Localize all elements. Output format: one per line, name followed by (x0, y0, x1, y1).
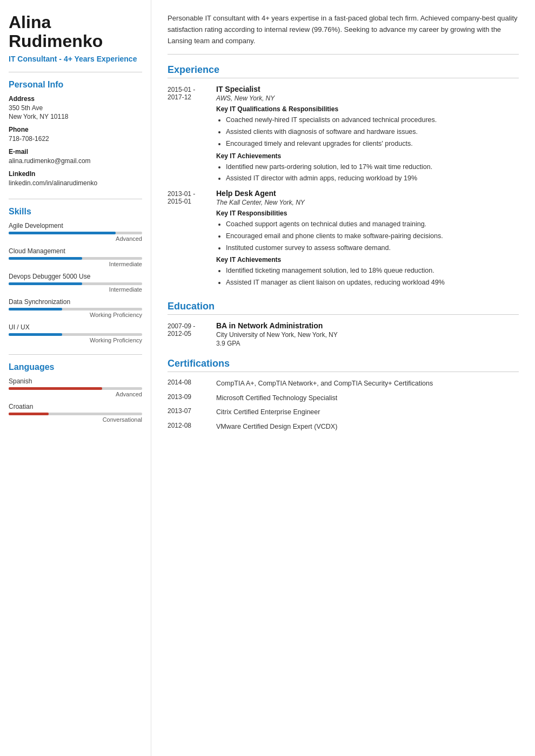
phone-value: 718-708-1622 (9, 134, 142, 144)
last-name: Rudimenko (9, 31, 103, 51)
bullet-item: Assisted clients with diagnosis of softw… (226, 127, 519, 137)
exp-title: Help Desk Agent (216, 189, 519, 198)
exp-company: AWS, New York, NY (216, 94, 519, 102)
cert-row: 2014-08 CompTIA A+, CompTIA Network+, an… (168, 379, 519, 389)
divider-2 (9, 199, 142, 199)
language-bar (9, 387, 102, 390)
skills-section: Skills Agile Development Advanced Cloud … (9, 207, 142, 343)
edu-degree: BA in Network Administration (216, 321, 519, 330)
language-name: Spanish (9, 377, 142, 385)
cert-date: 2012-08 (168, 422, 216, 432)
skill-bar (9, 232, 116, 234)
certifications-section: Certifications 2014-08 CompTIA A+, CompT… (168, 358, 519, 432)
edu-school: City University of New York, New York, N… (216, 331, 519, 339)
bullet-item: Identified ticketing management solution… (226, 266, 519, 276)
exp-company: The Kall Center, New York, NY (216, 199, 519, 206)
skill-bar-container (9, 333, 142, 336)
cert-name: Citrix Certified Enterprise Engineer (216, 407, 519, 417)
phone-label: Phone (9, 126, 142, 133)
skill-name: Agile Development (9, 222, 142, 230)
exp-subtitle: Key IT Responsibilities (216, 210, 519, 217)
exp-date: 2013-01 -2015-01 (168, 189, 216, 290)
linkedin-label: LinkedIn (9, 170, 142, 178)
cert-date: 2014-08 (168, 379, 216, 389)
divider-1 (9, 72, 142, 72)
language-item: Spanish Advanced (9, 377, 142, 397)
summary: Personable IT consultant with 4+ years e… (168, 13, 519, 55)
address-value: 350 5th AveNew York, NY 10118 (9, 104, 142, 122)
skill-bar (9, 333, 62, 336)
exp-title: IT Specialist (216, 85, 519, 93)
exp-subtitle: Key IT Qualifications & Responsibilities (216, 105, 519, 113)
language-item: Croatian Conversational (9, 403, 142, 423)
bullet-item: Coached newly-hired IT specialists on ad… (226, 115, 519, 125)
bullet-item: Encouraged timely and relevant upgrades … (226, 139, 519, 149)
exp-bullets: Identified ticketing management solution… (216, 266, 519, 288)
skill-item: Devops Debugger 5000 Use Intermediate (9, 273, 142, 293)
cert-name: CompTIA A+, CompTIA Network+, and CompTI… (216, 379, 519, 389)
skill-bar (9, 282, 82, 285)
exp-bullets: Identified new parts-ordering solution, … (216, 162, 519, 184)
exp-content: IT Specialist AWS, New York, NY Key IT Q… (216, 85, 519, 186)
exp-bullets: Coached support agents on technical duti… (216, 219, 519, 253)
skill-item: Agile Development Advanced (9, 222, 142, 242)
main-content: Personable IT consultant with 4+ years e… (151, 0, 535, 756)
languages-list: Spanish Advanced Croatian Conversational (9, 377, 142, 423)
language-bar-container (9, 387, 142, 390)
exp-subtitle: Key IT Achievements (216, 256, 519, 264)
skill-level: Intermediate (9, 286, 142, 293)
name-heading: Alina Rudimenko (9, 13, 142, 51)
language-name: Croatian (9, 403, 142, 410)
education-list: 2007-09 -2012-05 BA in Network Administr… (168, 321, 519, 347)
sidebar: Alina Rudimenko IT Consultant - 4+ Years… (0, 0, 151, 756)
edu-gpa: 3.9 GPA (216, 340, 519, 347)
skill-bar-container (9, 257, 142, 260)
edu-content: BA in Network Administration City Univer… (216, 321, 519, 347)
language-bar-container (9, 413, 142, 415)
cert-date: 2013-07 (168, 407, 216, 417)
subtitle: IT Consultant - 4+ Years Experience (9, 54, 142, 64)
bullet-item: Assisted IT director with admin apps, re… (226, 173, 519, 184)
skill-name: Data Synchronization (9, 298, 142, 306)
experience-row: 2013-01 -2015-01 Help Desk Agent The Kal… (168, 189, 519, 290)
cert-row: 2013-09 Microsoft Certified Technology S… (168, 393, 519, 403)
first-name: Alina (9, 12, 51, 32)
skill-bar-container (9, 282, 142, 285)
certifications-title: Certifications (168, 358, 519, 372)
experience-section: Experience 2015-01 -2017-12 IT Specialis… (168, 64, 519, 290)
skill-level: Intermediate (9, 261, 142, 267)
skill-name: Cloud Management (9, 247, 142, 255)
bullet-item: Coached support agents on technical duti… (226, 219, 519, 230)
skills-list: Agile Development Advanced Cloud Managem… (9, 222, 142, 343)
address-label: Address (9, 95, 142, 103)
skill-item: Cloud Management Intermediate (9, 247, 142, 267)
languages-section: Languages Spanish Advanced Croatian Conv… (9, 362, 142, 423)
cert-name: VMware Certified Design Expert (VCDX) (216, 422, 519, 432)
skill-bar (9, 308, 62, 310)
certifications-list: 2014-08 CompTIA A+, CompTIA Network+, an… (168, 379, 519, 432)
page: Alina Rudimenko IT Consultant - 4+ Years… (0, 0, 535, 756)
skill-bar-container (9, 232, 142, 234)
skills-title: Skills (9, 207, 142, 217)
exp-content: Help Desk Agent The Kall Center, New Yor… (216, 189, 519, 290)
education-row: 2007-09 -2012-05 BA in Network Administr… (168, 321, 519, 347)
linkedin-value: linkedin.com/in/alinarudimenko (9, 179, 142, 188)
email-label: E-mail (9, 148, 142, 156)
cert-row: 2013-07 Citrix Certified Enterprise Engi… (168, 407, 519, 417)
language-level: Conversational (9, 416, 142, 423)
cert-name: Microsoft Certified Technology Specialis… (216, 393, 519, 403)
language-bar (9, 413, 49, 415)
personal-info-title: Personal Info (9, 80, 142, 90)
skill-name: Devops Debugger 5000 Use (9, 273, 142, 280)
education-section: Education 2007-09 -2012-05 BA in Network… (168, 301, 519, 347)
exp-bullets: Coached newly-hired IT specialists on ad… (216, 115, 519, 148)
divider-3 (9, 354, 142, 355)
education-title: Education (168, 301, 519, 315)
bullet-item: Identified new parts-ordering solution, … (226, 162, 519, 172)
experience-row: 2015-01 -2017-12 IT Specialist AWS, New … (168, 85, 519, 186)
skill-bar-container (9, 308, 142, 310)
name-block: Alina Rudimenko IT Consultant - 4+ Years… (9, 13, 142, 64)
personal-info-section: Personal Info Address 350 5th AveNew Yor… (9, 80, 142, 188)
exp-date: 2015-01 -2017-12 (168, 85, 216, 186)
skill-level: Working Proficiency (9, 312, 142, 318)
